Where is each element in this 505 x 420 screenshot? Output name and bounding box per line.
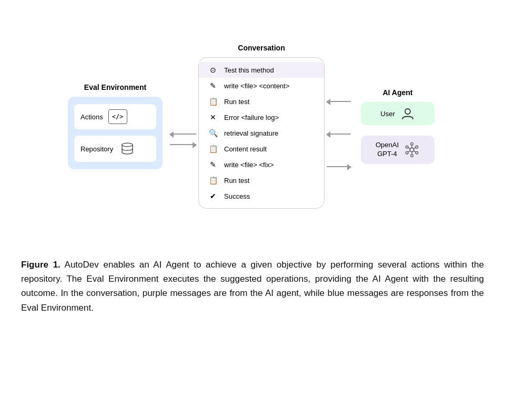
target-icon: ⊙ <box>207 66 219 74</box>
svg-point-2 <box>410 148 414 152</box>
svg-line-11 <box>408 151 410 152</box>
user-icon <box>400 106 415 121</box>
openai-label: OpenAI GPT-4 <box>376 141 399 159</box>
arrow-from-ai <box>327 134 351 135</box>
conv-item-8: ✔ Success <box>199 188 324 204</box>
figure-caption: Figure 1. AutoDev enables an AI Agent to… <box>21 258 484 315</box>
svg-point-0 <box>122 143 133 147</box>
svg-line-10 <box>414 148 416 149</box>
arrow-right-1 <box>170 144 196 145</box>
conv-text-0: Test this method <box>224 66 274 74</box>
openai-box: OpenAI GPT-4 <box>361 136 435 164</box>
conversation-box: ⊙ Test this method ✎ write <file> <conte… <box>198 57 325 209</box>
diagram: Eval Environment Actions </> Repository <box>21 11 484 242</box>
conv-item-3: ✕ Error <failure log> <box>199 109 324 125</box>
conv-text-3: Error <failure log> <box>224 114 279 121</box>
database-icon <box>118 141 136 157</box>
svg-point-3 <box>406 146 408 148</box>
conv-item-4: 🔍 retrieval signature <box>199 125 324 141</box>
clipboard-icon-1: 📋 <box>207 97 219 106</box>
check-icon: ✔ <box>207 192 219 200</box>
repository-label: Repository <box>80 145 113 153</box>
svg-point-5 <box>406 151 408 154</box>
conv-item-6: ✎ write <file> <fix> <box>199 157 324 172</box>
eval-environment: Eval Environment Actions </> Repository <box>63 83 168 169</box>
conv-item-0: ⊙ Test this method <box>199 62 324 78</box>
svg-line-9 <box>408 148 410 149</box>
repository-item: Repository <box>74 136 156 162</box>
arrow-from-user <box>327 101 351 102</box>
actions-item: Actions </> <box>74 104 156 129</box>
conv-text-7: Run test <box>224 177 249 185</box>
conv-text-4: retrieval signature <box>224 129 278 137</box>
pen-icon-1: ✎ <box>207 81 219 90</box>
user-label: User <box>380 110 395 118</box>
ai-agent-column: AI Agent User OpenAI GPT-4 <box>353 88 442 164</box>
clipboard-icon-3: 📋 <box>207 176 219 185</box>
conv-item-2: 📋 Run test <box>199 94 324 109</box>
conv-text-8: Success <box>224 192 250 200</box>
conversation-title: Conversation <box>238 44 285 52</box>
clipboard-icon-2: 📋 <box>207 145 219 153</box>
conv-text-5: Content result <box>224 145 267 153</box>
svg-point-6 <box>416 151 418 154</box>
conv-text-6: write <file> <fix> <box>224 161 274 169</box>
code-icon: </> <box>108 109 127 124</box>
conv-text-2: Run test <box>224 98 249 106</box>
conversation-column: Conversation ⊙ Test this method ✎ write … <box>198 44 325 209</box>
conv-item-1: ✎ write <file> <content> <box>199 78 324 94</box>
svg-point-7 <box>411 142 413 145</box>
svg-point-8 <box>411 155 413 157</box>
eval-env-box: Actions </> Repository <box>68 97 163 169</box>
arrow-left-1 <box>170 134 196 135</box>
figure-label: Figure 1. <box>21 260 60 270</box>
user-box: User <box>361 102 435 125</box>
svg-point-1 <box>405 109 410 114</box>
svg-point-4 <box>416 146 418 148</box>
caption-text: AutoDev enables an AI Agent to achieve a… <box>21 260 484 313</box>
search-icon: 🔍 <box>207 129 219 137</box>
x-icon: ✕ <box>207 113 219 121</box>
conv-text-1: write <file> <content> <box>224 82 289 90</box>
right-arrows <box>325 101 353 167</box>
conv-item-7: 📋 Run test <box>199 172 324 188</box>
arrow-to-ai <box>327 166 351 167</box>
eval-env-title: Eval Environment <box>84 83 146 91</box>
conv-item-5: 📋 Content result <box>199 141 324 157</box>
svg-line-12 <box>414 151 416 152</box>
left-arrows <box>168 134 198 145</box>
ai-agent-title: AI Agent <box>382 88 412 97</box>
pen-icon-2: ✎ <box>207 160 219 169</box>
actions-label: Actions <box>80 113 103 121</box>
network-icon <box>404 142 420 158</box>
